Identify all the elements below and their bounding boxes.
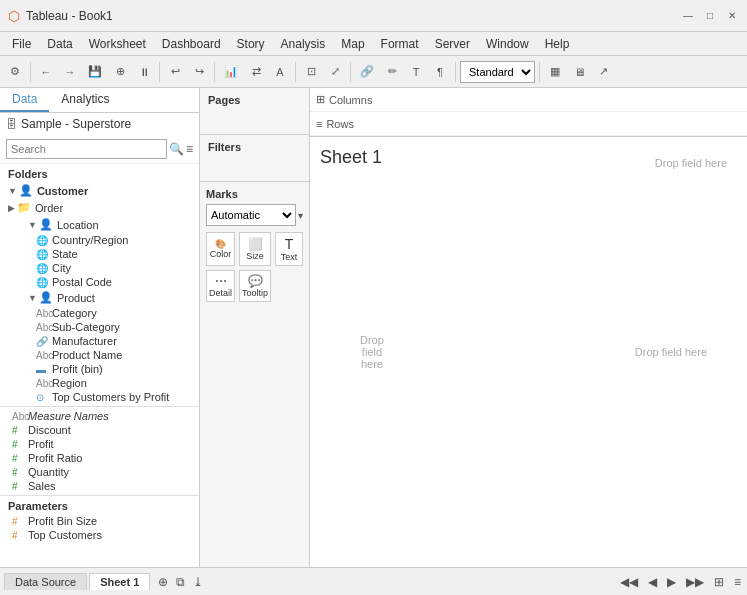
field-postal-code[interactable]: 🌐 Postal Code xyxy=(0,275,199,289)
field-discount[interactable]: # Discount xyxy=(0,423,199,437)
tab-analytics[interactable]: Analytics xyxy=(49,88,121,112)
menu-worksheet[interactable]: Worksheet xyxy=(81,35,154,53)
field-region[interactable]: Abc Region xyxy=(0,376,199,390)
add-sheet-icon[interactable]: ⊕ xyxy=(156,573,170,591)
hash-icon-quantity: # xyxy=(12,467,24,478)
next-page-btn[interactable]: ▶ xyxy=(665,573,678,591)
field-subcategory[interactable]: Abc Sub-Category xyxy=(0,320,199,334)
caption-btn[interactable]: ¶ xyxy=(429,61,451,83)
drop-zone-right[interactable]: Drop field here xyxy=(635,346,707,358)
grid-view-btn[interactable]: ⊞ xyxy=(712,573,726,591)
close-button[interactable]: ✕ xyxy=(725,9,739,23)
menu-map[interactable]: Map xyxy=(333,35,372,53)
menu-dashboard[interactable]: Dashboard xyxy=(154,35,229,53)
move-sheet-icon[interactable]: ⤓ xyxy=(191,573,205,591)
field-quantity[interactable]: # Quantity xyxy=(0,465,199,479)
search-icon[interactable]: 🔍 xyxy=(169,142,184,156)
sort-icon[interactable]: ≡ xyxy=(186,142,193,156)
field-profit-bin[interactable]: ▬ Profit (bin) xyxy=(0,362,199,376)
field-name-profit-bin-size: Profit Bin Size xyxy=(28,515,97,527)
marks-detail-btn[interactable]: ⋯ Detail xyxy=(206,270,235,302)
marks-tooltip-btn[interactable]: 💬 Tooltip xyxy=(239,270,271,302)
folder-product[interactable]: ▼ 👤 Product xyxy=(12,289,199,306)
field-top-customers-param[interactable]: # Top Customers xyxy=(0,528,199,542)
show-labels-btn[interactable]: A xyxy=(269,61,291,83)
menu-analysis[interactable]: Analysis xyxy=(273,35,334,53)
menu-file[interactable]: File xyxy=(4,35,39,53)
person-icon-customer: 👤 xyxy=(19,184,33,197)
menu-help[interactable]: Help xyxy=(537,35,578,53)
field-measure-names[interactable]: Abc Measure Names xyxy=(0,409,199,423)
standard-select[interactable]: Standard xyxy=(460,61,535,83)
marks-type-select[interactable]: Automatic xyxy=(206,204,296,226)
folder-location[interactable]: ▼ 👤 Location xyxy=(12,216,199,233)
hash-icon-profit: # xyxy=(12,439,24,450)
tab-data-source[interactable]: Data Source xyxy=(4,573,87,590)
undo-btn[interactable]: ↩ xyxy=(164,61,186,83)
person-icon-product: 👤 xyxy=(39,291,53,304)
field-category[interactable]: Abc Category xyxy=(0,306,199,320)
drop-zone-top-right[interactable]: Drop field here xyxy=(655,157,727,169)
forward-btn[interactable]: → xyxy=(59,61,81,83)
menu-story[interactable]: Story xyxy=(229,35,273,53)
format-btn[interactable]: T xyxy=(405,61,427,83)
field-name-product-name: Product Name xyxy=(52,349,122,361)
folder-customer[interactable]: ▼ 👤 Customer xyxy=(0,182,199,199)
minimize-button[interactable]: — xyxy=(681,9,695,23)
desktop-btn[interactable]: 🖥 xyxy=(568,61,590,83)
field-city[interactable]: 🌐 City xyxy=(0,261,199,275)
fit-btn[interactable]: ⊡ xyxy=(300,61,322,83)
marks-dropdown-arrow[interactable]: ▾ xyxy=(298,210,303,221)
field-name-profit: Profit xyxy=(28,438,54,450)
marks-color-btn[interactable]: 🎨 Color xyxy=(206,232,235,266)
redo-btn[interactable]: ↪ xyxy=(188,61,210,83)
color-icon: 🎨 xyxy=(215,239,226,249)
folder-order[interactable]: ▶ 📁 Order xyxy=(0,199,199,216)
field-profit-ratio[interactable]: # Profit Ratio xyxy=(0,451,199,465)
field-country[interactable]: 🌐 Country/Region xyxy=(0,233,199,247)
prev-page-btn[interactable]: ◀ xyxy=(646,573,659,591)
hash-icon-discount: # xyxy=(12,425,24,436)
tab-data[interactable]: Data xyxy=(0,88,49,112)
filters-label: Filters xyxy=(208,139,301,157)
save-btn[interactable]: 💾 xyxy=(83,61,107,83)
back-btn[interactable]: ← xyxy=(35,61,57,83)
field-profit-bin-size[interactable]: # Profit Bin Size xyxy=(0,514,199,528)
show-cards-btn[interactable]: ▦ xyxy=(544,61,566,83)
list-view-btn[interactable]: ≡ xyxy=(732,573,743,591)
field-manufacturer[interactable]: 🔗 Manufacturer xyxy=(0,334,199,348)
show-me-btn[interactable]: 📊 xyxy=(219,61,243,83)
data-source-btn[interactable]: ⚙ xyxy=(4,61,26,83)
last-page-btn[interactable]: ▶▶ xyxy=(684,573,706,591)
marks-size-btn[interactable]: ⬜ Size xyxy=(239,232,271,266)
new-datasource-btn[interactable]: ⊕ xyxy=(109,61,131,83)
swap-btn[interactable]: ⇄ xyxy=(245,61,267,83)
pause-btn[interactable]: ⏸ xyxy=(133,61,155,83)
field-name-manufacturer: Manufacturer xyxy=(52,335,117,347)
menu-server[interactable]: Server xyxy=(427,35,478,53)
field-sales[interactable]: # Sales xyxy=(0,479,199,493)
field-name-discount: Discount xyxy=(28,424,71,436)
datasource-name: Sample - Superstore xyxy=(21,117,131,131)
fix-width-btn[interactable]: ⤢ xyxy=(324,61,346,83)
menu-data[interactable]: Data xyxy=(39,35,80,53)
tab-sheet1[interactable]: Sheet 1 xyxy=(89,573,150,590)
drop-zone-left[interactable]: Dropfieldhere xyxy=(360,334,384,370)
field-top-customers[interactable]: ⊙ Top Customers by Profit xyxy=(0,390,199,404)
menu-window[interactable]: Window xyxy=(478,35,537,53)
search-input[interactable] xyxy=(6,139,167,159)
field-product-name[interactable]: Abc Product Name xyxy=(0,348,199,362)
highlight-btn[interactable]: ✏ xyxy=(381,61,403,83)
share-btn[interactable]: ↗ xyxy=(592,61,614,83)
maximize-button[interactable]: □ xyxy=(703,9,717,23)
tooltip-btn[interactable]: 🔗 xyxy=(355,61,379,83)
duplicate-sheet-icon[interactable]: ⧉ xyxy=(174,573,187,591)
folder-name-product: Product xyxy=(57,292,95,304)
menu-format[interactable]: Format xyxy=(373,35,427,53)
first-page-btn[interactable]: ◀◀ xyxy=(618,573,640,591)
rows-row: ≡ Rows xyxy=(310,112,747,136)
field-profit[interactable]: # Profit xyxy=(0,437,199,451)
field-state[interactable]: 🌐 State xyxy=(0,247,199,261)
marks-text-btn[interactable]: T Text xyxy=(275,232,303,266)
globe-icon-state: 🌐 xyxy=(36,249,48,260)
